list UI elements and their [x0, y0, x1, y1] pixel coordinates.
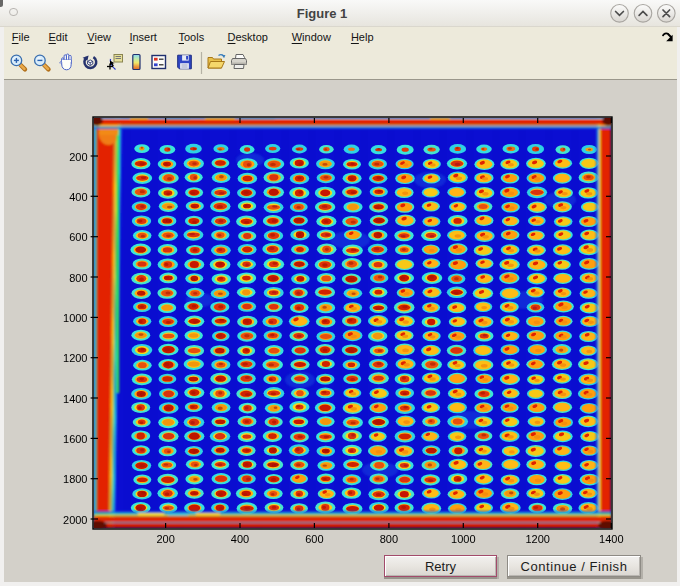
svg-text:800: 800 — [69, 272, 87, 284]
svg-text:2000: 2000 — [63, 514, 87, 526]
svg-text:200: 200 — [156, 533, 174, 545]
svg-text:200: 200 — [69, 151, 87, 163]
svg-text:600: 600 — [305, 533, 323, 545]
svg-text:400: 400 — [231, 533, 249, 545]
svg-text:1800: 1800 — [63, 473, 87, 485]
svg-text:600: 600 — [69, 231, 87, 243]
svg-text:400: 400 — [69, 191, 87, 203]
svg-text:800: 800 — [380, 533, 398, 545]
svg-text:1000: 1000 — [63, 312, 87, 324]
svg-text:1400: 1400 — [599, 533, 623, 545]
svg-text:1400: 1400 — [63, 393, 87, 405]
svg-text:1600: 1600 — [63, 433, 87, 445]
svg-text:1000: 1000 — [451, 533, 475, 545]
svg-text:1200: 1200 — [63, 352, 87, 364]
svg-text:1200: 1200 — [525, 533, 549, 545]
